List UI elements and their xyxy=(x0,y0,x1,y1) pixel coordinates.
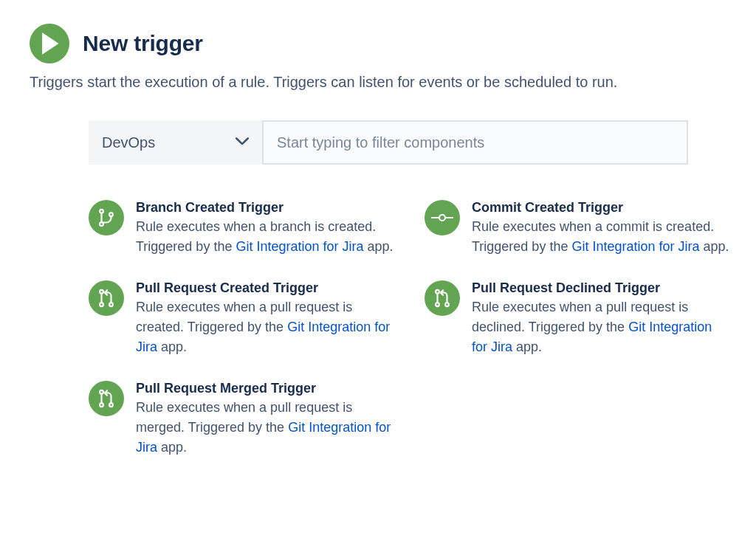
trigger-desc-text: app. xyxy=(363,239,393,254)
trigger-item[interactable]: Commit Created TriggerRule executes when… xyxy=(425,200,731,257)
category-dropdown[interactable]: DevOps xyxy=(89,120,262,165)
page-description: Triggers start the execution of a rule. … xyxy=(30,74,726,91)
trigger-title: Pull Request Declined Trigger xyxy=(472,280,731,296)
trigger-description: Rule executes when a pull request is cre… xyxy=(136,297,395,357)
svg-point-3 xyxy=(439,215,445,221)
trigger-content: Branch Created TriggerRule executes when… xyxy=(136,200,395,257)
trigger-content: Pull Request Merged TriggerRule executes… xyxy=(136,381,395,458)
trigger-title: Commit Created Trigger xyxy=(472,200,731,215)
trigger-desc-text: app. xyxy=(699,239,729,254)
trigger-description: Rule executes when a pull request is dec… xyxy=(472,297,731,357)
trigger-item[interactable]: Pull Request Merged TriggerRule executes… xyxy=(89,381,395,458)
trigger-desc-text: app. xyxy=(157,339,187,354)
git-integration-link[interactable]: Git Integration for Jira xyxy=(571,239,699,254)
trigger-title: Branch Created Trigger xyxy=(136,200,395,215)
trigger-description: Rule executes when a commit is created. … xyxy=(472,217,731,257)
trigger-content: Pull Request Created TriggerRule execute… xyxy=(136,280,395,357)
trigger-desc-text: app. xyxy=(157,440,187,455)
filter-input[interactable] xyxy=(262,120,688,165)
trigger-item[interactable]: Pull Request Created TriggerRule execute… xyxy=(89,280,395,357)
git-integration-link[interactable]: Git Integration for Jira xyxy=(236,239,363,254)
play-icon xyxy=(30,24,69,63)
chevron-down-icon xyxy=(236,136,249,149)
trigger-title: Pull Request Merged Trigger xyxy=(136,381,395,396)
pull-icon xyxy=(89,280,124,316)
filter-bar: DevOps xyxy=(89,120,688,165)
trigger-title: Pull Request Created Trigger xyxy=(136,280,395,296)
dropdown-label: DevOps xyxy=(102,134,155,151)
pull-icon xyxy=(89,381,124,416)
trigger-description: Rule executes when a branch is created. … xyxy=(136,217,395,257)
trigger-desc-text: app. xyxy=(512,339,542,354)
commit-icon xyxy=(425,200,460,235)
trigger-item[interactable]: Pull Request Declined TriggerRule execut… xyxy=(425,280,731,357)
trigger-grid: Branch Created TriggerRule executes when… xyxy=(89,200,731,458)
trigger-item[interactable]: Branch Created TriggerRule executes when… xyxy=(89,200,395,257)
pull-icon xyxy=(425,280,460,316)
trigger-content: Pull Request Declined TriggerRule execut… xyxy=(472,280,731,357)
page-header: New trigger xyxy=(30,24,726,63)
trigger-description: Rule executes when a pull request is mer… xyxy=(136,398,395,458)
page-title: New trigger xyxy=(83,31,203,56)
branch-icon xyxy=(89,200,124,235)
trigger-content: Commit Created TriggerRule executes when… xyxy=(472,200,731,257)
